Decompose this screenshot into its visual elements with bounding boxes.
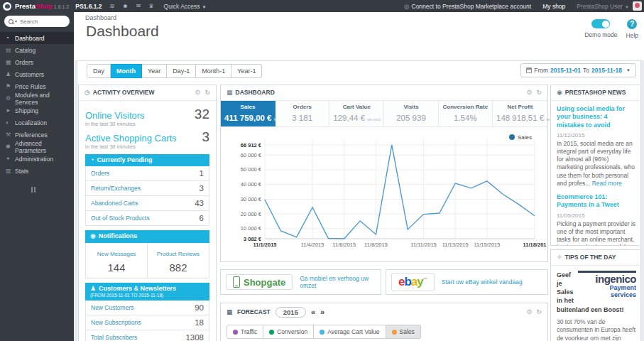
shopgate-link[interactable]: Ga mobiel en verhoog uw omzet [300, 275, 376, 289]
rss-icon: ◉ [557, 85, 562, 100]
ebay-link[interactable]: Start uw eBay winkel vandaag [442, 278, 523, 286]
brand-version: 1.6.1.2 [54, 4, 69, 9]
sidebar-item-localization[interactable]: ◐Localization [0, 117, 74, 129]
calendar-icon [526, 67, 532, 73]
person-icon: ♟ [90, 285, 96, 292]
out-of-stock-link[interactable]: Out of Stock Products [91, 215, 150, 222]
forecast-panel: ▦FORECAST 2015 « » ⚙↻ Traffic Conversion… [220, 303, 548, 341]
trophy-icon[interactable]: ♛ [148, 3, 153, 9]
gear-icon[interactable]: ⚙ [526, 308, 532, 315]
cart-icon[interactable]: ⊞ [110, 3, 115, 9]
marketplace-link[interactable]: ◎Connect to PrestaShop Marketplace accou… [404, 3, 531, 10]
legend-traffic-button[interactable]: Traffic [227, 325, 263, 339]
article-title-link[interactable]: Ecommerce 101: Payments in a Tweet [557, 193, 636, 210]
new-customers-link[interactable]: New Customers [91, 304, 133, 311]
activity-overview-panel: ◷ACTIVITY OVERVIEW ⚙↻ Online Visitors32 … [78, 85, 217, 341]
kpi-net-profit[interactable]: Net Profit148 918,51 € tax excl. [493, 101, 547, 126]
search-icon [9, 19, 13, 24]
refresh-icon[interactable]: ↻ [536, 85, 542, 100]
svg-text:Sales: Sales [518, 134, 532, 141]
sidebar-item-dashboard[interactable]: ◔Dashboard [0, 32, 74, 44]
refresh-icon[interactable]: ↻ [536, 308, 542, 315]
range-month-1-button[interactable]: Month-1 [196, 64, 231, 78]
online-visitors-link[interactable]: Online Visitors [85, 110, 145, 121]
pending-row-abandoned-carts: Abandoned Carts43 [85, 196, 209, 211]
legend-average-cart-value-button[interactable]: Average Cart Value [314, 325, 386, 339]
article-title-link[interactable]: Using social media for your business: 4 … [557, 105, 636, 129]
read-more-link[interactable]: Read more [592, 180, 622, 187]
refresh-icon[interactable]: ↻ [204, 85, 210, 100]
link-icon: ◎ [404, 3, 409, 10]
range-day-1-button[interactable]: Day-1 [167, 64, 196, 78]
orders-link[interactable]: Orders [91, 170, 109, 177]
date-range-picker[interactable]: From2015-11-01 To2015-11-18 ▼ [520, 63, 636, 77]
range-day-button[interactable]: Day [87, 64, 111, 78]
dashboard-card: Day Month Year Day-1 Month-1 Year-1 From… [77, 60, 641, 341]
tip-body: 30 tot 70% van de consumenten in Europa … [557, 318, 636, 341]
kpi-orders[interactable]: Orders3 181 [275, 101, 329, 126]
legend-sales-button[interactable]: Sales [386, 325, 421, 339]
svg-text:3 082 €: 3 082 € [244, 236, 262, 242]
active-carts-link[interactable]: Active Shopping Carts [85, 133, 177, 144]
sidebar-item-orders[interactable]: ▦Orders [0, 56, 74, 68]
svg-text:11/15/2015: 11/15/2015 [474, 242, 500, 248]
pending-row-orders: Orders1 [85, 166, 209, 181]
user-menu[interactable]: PrestaShop User▼ [577, 3, 629, 10]
shopgate-module-card: Shopgate Ga mobiel en verhoog uw omzet [220, 269, 381, 295]
total-subscribers-link[interactable]: Total Subscribers [91, 334, 137, 341]
svg-text:30 000 €: 30 000 € [241, 196, 262, 202]
search-input[interactable] [20, 18, 65, 25]
sidebar-item-customers[interactable]: ♟Customers [0, 68, 74, 80]
product-reviews-link[interactable]: Product Reviews [157, 251, 200, 257]
range-month-button[interactable]: Month [111, 64, 142, 78]
kpi-visits[interactable]: Visits205 939 [384, 101, 438, 126]
my-shop-link[interactable]: My shop [542, 3, 565, 10]
sidebar-item-advanced-parameters[interactable]: ✱Advanced Parameters [0, 141, 74, 153]
previous-year-button[interactable]: « [311, 308, 315, 316]
svg-text:10 000 €: 10 000 € [241, 225, 262, 232]
svg-text:60 000 €: 60 000 € [241, 152, 262, 158]
gear-icon[interactable]: ⚙ [526, 85, 532, 100]
cart-icon: ▦ [227, 85, 233, 100]
new-messages-cell: New Messages144 [86, 243, 147, 278]
range-year-1-button[interactable]: Year-1 [231, 64, 262, 78]
returns-link[interactable]: Return/Exchanges [91, 185, 141, 192]
quick-access-menu[interactable]: Quick Access▼ [164, 3, 207, 10]
help-icon[interactable]: ? [627, 19, 637, 29]
forecast-year-badge[interactable]: 2015 [275, 307, 306, 318]
sidebar-item-modules[interactable]: ⚙Modules and Services [0, 92, 74, 104]
news-article: Using social media for your business: 4 … [557, 105, 636, 188]
svg-text:11/18/201: 11/18/201 [523, 242, 547, 248]
content: Day Month Year Day-1 Month-1 Year-1 From… [74, 60, 644, 341]
envelope-icon[interactable]: ✉ [136, 3, 141, 9]
sidebar-collapse-button[interactable] [31, 187, 74, 193]
sidebar-item-shipping[interactable]: ►Shipping [0, 104, 74, 117]
sidebar-item-price-rules[interactable]: ⚑Price Rules [0, 80, 74, 92]
stats-icon: ▥ [6, 168, 15, 174]
demo-mode-label: Demo mode [584, 31, 617, 38]
sidebar-item-preferences[interactable]: ⚒Preferences [0, 129, 74, 141]
avatar[interactable] [633, 1, 642, 11]
ebay-logo: ebay™ [391, 273, 435, 291]
new-messages-link[interactable]: New Messages [97, 251, 136, 257]
kpi-conversion-rate[interactable]: Conversion Rate1.54% [439, 101, 493, 126]
person-icon[interactable]: ☻ [122, 3, 128, 9]
dashboard-icon: ◔ [6, 35, 15, 41]
sidebar-item-administration[interactable]: ✦Administration [0, 153, 74, 165]
sidebar-item-catalog[interactable]: ▤Catalog [0, 44, 74, 56]
new-subscriptions-link[interactable]: New Subscriptions [91, 319, 141, 326]
kpi-sales[interactable]: Sales411 759,00 € tax excl. [221, 101, 275, 126]
phone-icon [233, 276, 240, 288]
demo-mode-toggle[interactable] [591, 19, 610, 28]
sidebar-search[interactable]: ▼ [4, 16, 70, 27]
range-year-button[interactable]: Year [142, 64, 167, 78]
gear-icon[interactable]: ⚙ [195, 85, 200, 100]
svg-text:20 000 €: 20 000 € [241, 211, 262, 217]
sidebar-item-stats[interactable]: ▥Stats [0, 165, 74, 177]
ingenico-logo: ingenico Paymentservices [578, 271, 636, 299]
next-year-button[interactable]: » [320, 308, 324, 316]
legend-conversion-button[interactable]: Conversion [263, 325, 314, 339]
kpi-cart-value[interactable]: Cart Value129,44 € tax excl. [329, 101, 384, 126]
abandoned-carts-link[interactable]: Abandoned Carts [91, 200, 138, 207]
bell-icon: ◉ [90, 232, 96, 239]
